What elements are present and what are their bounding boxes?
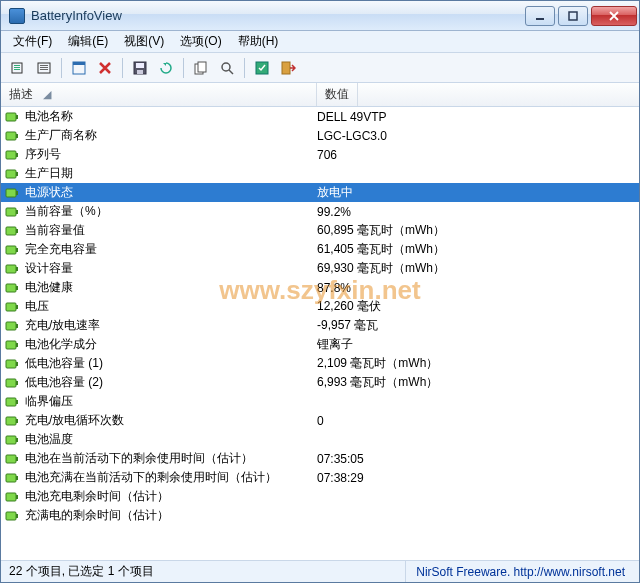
battery-icon	[5, 510, 19, 522]
svg-rect-48	[6, 379, 16, 387]
list-row[interactable]: 电池充满在当前活动下的剩余使用时间（估计）07:38:29	[1, 468, 639, 487]
row-description: 充电/放电循环次数	[25, 412, 317, 429]
row-description: 当前容量（%）	[25, 203, 317, 220]
row-description: 电压	[25, 298, 317, 315]
sort-indicator-icon: ◢	[43, 88, 51, 101]
list-row[interactable]: 充电/放电循环次数0	[1, 411, 639, 430]
app-icon	[9, 8, 25, 24]
svg-rect-39	[16, 286, 18, 290]
row-value: LGC-LGC3.0	[317, 129, 639, 143]
battery-icon	[5, 187, 19, 199]
svg-rect-51	[16, 400, 18, 404]
svg-rect-27	[16, 172, 18, 176]
row-value: 0	[317, 414, 639, 428]
svg-rect-32	[6, 227, 16, 235]
svg-rect-62	[6, 512, 16, 520]
svg-rect-54	[6, 436, 16, 444]
close-button[interactable]	[591, 6, 637, 26]
row-value: 2,109 毫瓦时（mWh）	[317, 355, 639, 372]
data-list[interactable]: 电池名称DELL 49VTP生产厂商名称LGC-LGC3.0序列号 706生产日…	[1, 107, 639, 560]
row-value: DELL 49VTP	[317, 110, 639, 124]
list-row[interactable]: 当前容量（%）99.2%	[1, 202, 639, 221]
battery-log-icon[interactable]	[33, 57, 55, 79]
list-row[interactable]: 低电池容量 (2)6,993 毫瓦时（mWh）	[1, 373, 639, 392]
column-header-description[interactable]: 描述◢	[1, 83, 317, 106]
refresh-icon[interactable]	[155, 57, 177, 79]
list-row[interactable]: 低电池容量 (1)2,109 毫瓦时（mWh）	[1, 354, 639, 373]
svg-rect-7	[40, 65, 48, 66]
row-value: 6,993 毫瓦时（mWh）	[317, 374, 639, 391]
minimize-button[interactable]	[525, 6, 555, 26]
svg-rect-33	[16, 229, 18, 233]
svg-rect-38	[6, 284, 16, 292]
exit-icon[interactable]	[277, 57, 299, 79]
svg-rect-44	[6, 341, 16, 349]
row-description: 低电池容量 (1)	[25, 355, 317, 372]
battery-icon	[5, 415, 19, 427]
delete-icon[interactable]	[94, 57, 116, 79]
svg-rect-36	[6, 265, 16, 273]
list-row[interactable]: 生产厂商名称LGC-LGC3.0	[1, 126, 639, 145]
svg-rect-57	[16, 457, 18, 461]
row-value: -9,957 毫瓦	[317, 317, 639, 334]
list-row[interactable]: 当前容量值60,895 毫瓦时（mWh）	[1, 221, 639, 240]
maximize-button[interactable]	[558, 6, 588, 26]
battery-icon	[5, 206, 19, 218]
copy-icon[interactable]	[190, 57, 212, 79]
battery-icon	[5, 434, 19, 446]
list-row[interactable]: 电压12,260 毫伏	[1, 297, 639, 316]
battery-icon	[5, 168, 19, 180]
svg-rect-35	[16, 248, 18, 252]
properties-icon[interactable]	[68, 57, 90, 79]
list-row[interactable]: 电池充电剩余时间（估计）	[1, 487, 639, 506]
options-icon[interactable]	[251, 57, 273, 79]
list-row[interactable]: 生产日期	[1, 164, 639, 183]
svg-rect-9	[40, 69, 48, 70]
list-row[interactable]: 充满电的剩余时间（估计）	[1, 506, 639, 525]
list-row[interactable]: 电池温度	[1, 430, 639, 449]
list-row[interactable]: 完全充电容量61,405 毫瓦时（mWh）	[1, 240, 639, 259]
battery-icon	[5, 396, 19, 408]
find-icon[interactable]	[216, 57, 238, 79]
menu-bar: 文件(F)编辑(E)视图(V)选项(O)帮助(H)	[1, 31, 639, 53]
window-title: BatteryInfoView	[31, 8, 522, 23]
toolbar-separator	[183, 58, 184, 78]
save-icon[interactable]	[129, 57, 151, 79]
svg-rect-40	[6, 303, 16, 311]
menu-item[interactable]: 帮助(H)	[230, 30, 287, 53]
list-row[interactable]: 电源状态放电中	[1, 183, 639, 202]
svg-rect-25	[16, 153, 18, 157]
column-header-value[interactable]: 数值	[317, 83, 358, 106]
toolbar-separator	[61, 58, 62, 78]
list-row[interactable]: 电池名称DELL 49VTP	[1, 107, 639, 126]
toolbar	[1, 53, 639, 83]
battery-icon	[5, 453, 19, 465]
row-value: 706	[317, 148, 639, 162]
list-row[interactable]: 充电/放电速率-9,957 毫瓦	[1, 316, 639, 335]
list-row[interactable]: 临界偏压	[1, 392, 639, 411]
row-description: 低电池容量 (2)	[25, 374, 317, 391]
row-value: 60,895 毫瓦时（mWh）	[317, 222, 639, 239]
menu-item[interactable]: 视图(V)	[116, 30, 172, 53]
svg-rect-1	[569, 12, 577, 20]
row-description: 充满电的剩余时间（估计）	[25, 507, 317, 524]
list-row[interactable]: 电池健康87.8%	[1, 278, 639, 297]
svg-rect-22	[6, 132, 16, 140]
list-row[interactable]: 设计容量69,930 毫瓦时（mWh）	[1, 259, 639, 278]
column-headers: 描述◢ 数值	[1, 83, 639, 107]
battery-summary-icon[interactable]	[7, 57, 29, 79]
menu-item[interactable]: 选项(O)	[172, 30, 229, 53]
list-row[interactable]: 序列号 706	[1, 145, 639, 164]
svg-rect-43	[16, 324, 18, 328]
svg-rect-24	[6, 151, 16, 159]
row-description: 完全充电容量	[25, 241, 317, 258]
battery-icon	[5, 472, 19, 484]
svg-rect-42	[6, 322, 16, 330]
menu-item[interactable]: 文件(F)	[5, 30, 60, 53]
status-link[interactable]: NirSoft Freeware. http://www.nirsoft.net	[406, 565, 635, 579]
svg-rect-34	[6, 246, 16, 254]
list-row[interactable]: 电池化学成分锂离子	[1, 335, 639, 354]
menu-item[interactable]: 编辑(E)	[60, 30, 116, 53]
svg-rect-50	[6, 398, 16, 406]
list-row[interactable]: 电池在当前活动下的剩余使用时间（估计）07:35:05	[1, 449, 639, 468]
